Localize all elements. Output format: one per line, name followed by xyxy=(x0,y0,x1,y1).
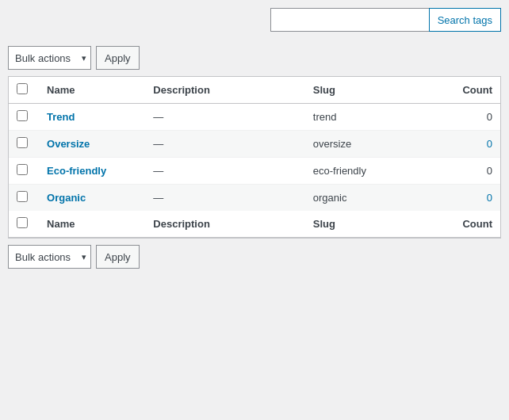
search-tags-button[interactable]: Search tags xyxy=(429,8,501,32)
tag-name-link[interactable]: Organic xyxy=(47,192,86,204)
bottom-apply-button[interactable]: Apply xyxy=(96,245,140,269)
row-description: — xyxy=(153,111,163,123)
row-checkbox-cell xyxy=(9,104,39,131)
row-count: 0 xyxy=(487,111,492,123)
footer-description[interactable]: Description xyxy=(145,211,304,238)
row-checkbox[interactable] xyxy=(17,110,28,121)
row-slug: oversize xyxy=(313,138,351,150)
row-slug: organic xyxy=(313,192,347,204)
row-slug-cell: organic xyxy=(305,185,438,212)
header-slug[interactable]: Slug xyxy=(305,77,438,104)
row-count-cell: 0 xyxy=(438,131,500,158)
row-checkbox[interactable] xyxy=(17,137,28,148)
top-bar: Search tags xyxy=(8,8,501,32)
footer-count[interactable]: Count xyxy=(438,211,500,238)
bottom-bulk-actions-wrapper: Bulk actions xyxy=(8,245,91,269)
footer-slug[interactable]: Slug xyxy=(305,211,438,238)
table-row: Trend—trend0 xyxy=(9,104,500,131)
row-slug-cell: oversize xyxy=(305,131,438,158)
row-count-cell: 0 xyxy=(438,185,500,212)
bottom-bulk-actions-select[interactable]: Bulk actions xyxy=(8,245,91,269)
tags-table-wrapper: Name Description Slug Count Trend—trend0… xyxy=(8,76,501,239)
select-all-checkbox-footer[interactable] xyxy=(17,217,28,228)
table-row: Oversize—oversize0 xyxy=(9,131,500,158)
search-input[interactable] xyxy=(270,8,429,32)
row-name-cell: Trend xyxy=(39,104,145,131)
row-slug-cell: trend xyxy=(305,104,438,131)
row-checkbox-cell xyxy=(9,185,39,212)
search-area: Search tags xyxy=(270,8,501,32)
row-checkbox[interactable] xyxy=(17,164,28,175)
footer-name[interactable]: Name xyxy=(39,211,145,238)
header-description[interactable]: Description xyxy=(145,77,304,104)
header-name[interactable]: Name xyxy=(39,77,145,104)
tag-name-link[interactable]: Eco-friendly xyxy=(47,165,106,177)
row-description: — xyxy=(153,192,163,204)
row-checkbox-cell xyxy=(9,158,39,185)
footer-checkbox-cell xyxy=(9,211,39,238)
top-bulk-actions-wrapper: Bulk actions xyxy=(8,46,91,70)
tag-name-link[interactable]: Trend xyxy=(47,111,75,123)
row-description-cell: — xyxy=(145,131,304,158)
row-description: — xyxy=(153,165,163,177)
row-description-cell: — xyxy=(145,158,304,185)
top-bulk-actions-select[interactable]: Bulk actions xyxy=(8,46,91,70)
row-slug: trend xyxy=(313,111,337,123)
row-slug: eco-friendly xyxy=(313,165,366,177)
bottom-action-bar: Bulk actions Apply xyxy=(8,239,501,275)
table-row: Organic—organic0 xyxy=(9,185,500,212)
row-slug-cell: eco-friendly xyxy=(305,158,438,185)
row-checkbox-cell xyxy=(9,131,39,158)
row-description-cell: — xyxy=(145,104,304,131)
row-count-link[interactable]: 0 xyxy=(487,192,492,204)
top-apply-button[interactable]: Apply xyxy=(96,46,140,70)
row-description: — xyxy=(153,138,163,150)
select-all-checkbox[interactable] xyxy=(17,83,28,94)
row-count: 0 xyxy=(487,165,492,177)
page-wrapper: Search tags Bulk actions Apply Name Desc… xyxy=(0,0,509,283)
table-row: Eco-friendly—eco-friendly0 xyxy=(9,158,500,185)
row-name-cell: Eco-friendly xyxy=(39,158,145,185)
tags-table: Name Description Slug Count Trend—trend0… xyxy=(9,77,500,238)
row-count-link[interactable]: 0 xyxy=(487,138,492,150)
row-count-cell: 0 xyxy=(438,158,500,185)
row-name-cell: Organic xyxy=(39,185,145,212)
row-name-cell: Oversize xyxy=(39,131,145,158)
top-action-bar: Bulk actions Apply xyxy=(8,40,501,76)
row-description-cell: — xyxy=(145,185,304,212)
tag-name-link[interactable]: Oversize xyxy=(47,138,90,150)
header-count[interactable]: Count xyxy=(438,77,500,104)
row-checkbox[interactable] xyxy=(17,191,28,202)
row-count-cell: 0 xyxy=(438,104,500,131)
header-checkbox-cell xyxy=(9,77,39,104)
